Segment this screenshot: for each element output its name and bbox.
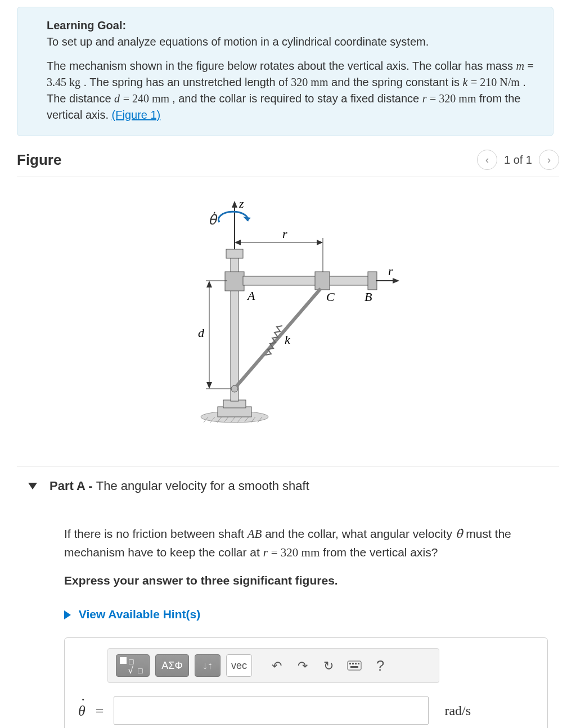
- label-r-top: r: [282, 227, 287, 241]
- undo-button[interactable]: ↶: [267, 654, 287, 677]
- svg-rect-10: [218, 407, 251, 417]
- text: from the vertical axis?: [323, 546, 438, 559]
- val-length: 320 mm: [291, 76, 328, 88]
- vec-button[interactable]: vec: [226, 654, 252, 677]
- reset-button[interactable]: ↻: [318, 654, 339, 677]
- figure-diagram: z θ̇ r r d A B C k: [17, 187, 559, 449]
- var-m: m: [516, 60, 524, 72]
- answer-box: □ √ □ ΑΣΦ ↓↑ vec ↶ ↷ ↻ ? θ =: [64, 637, 548, 728]
- keyboard-button[interactable]: [344, 654, 364, 677]
- svg-marker-22: [243, 217, 251, 221]
- divider: [17, 177, 559, 177]
- label-k: k: [285, 332, 291, 347]
- label-d: d: [198, 326, 205, 340]
- val-k: = 210 N/m: [471, 76, 520, 88]
- label-z: z: [238, 196, 244, 210]
- val-m: 3.45 kg: [47, 76, 80, 88]
- learning-goal-heading: Learning Goal:: [47, 19, 126, 32]
- part-a-section: Part A - The angular velocity for a smoo…: [17, 466, 559, 728]
- var-k: k: [463, 76, 468, 88]
- text: =: [271, 546, 281, 559]
- label-theta-dot: θ̇: [208, 212, 218, 227]
- caret-right-icon: [64, 610, 71, 619]
- part-a-title-prefix: Part A -: [50, 479, 96, 493]
- answer-input[interactable]: [114, 696, 429, 725]
- label-r-right: r: [388, 264, 393, 278]
- part-a-title: Part A - The angular velocity for a smoo…: [50, 479, 309, 493]
- answer-row: θ = rad/s: [76, 696, 536, 725]
- svg-marker-27: [317, 240, 323, 245]
- redo-button[interactable]: ↷: [292, 654, 313, 677]
- hints-label: View Available Hint(s): [79, 608, 200, 621]
- svg-rect-35: [348, 661, 361, 670]
- svg-marker-29: [393, 278, 399, 284]
- text: . The spring has an unstretched length o…: [84, 76, 291, 88]
- templates-button[interactable]: □ √ □: [116, 654, 150, 677]
- svg-marker-34: [206, 382, 212, 389]
- svg-rect-39: [358, 663, 359, 664]
- pager-next-button[interactable]: ›: [539, 150, 559, 170]
- answer-unit: rad/s: [444, 700, 471, 721]
- text: and the spring constant is: [331, 76, 462, 88]
- label-b: B: [364, 290, 372, 304]
- svg-rect-14: [226, 249, 243, 258]
- part-a-header[interactable]: Part A - The angular velocity for a smoo…: [28, 479, 559, 493]
- figure-1-link[interactable]: (Figure 1): [112, 109, 161, 121]
- svg-marker-33: [206, 281, 212, 287]
- label-c: C: [326, 290, 335, 304]
- svg-rect-37: [352, 663, 354, 664]
- part-a-question: If there is no friction between shaft AB…: [64, 525, 548, 561]
- svg-rect-38: [355, 663, 357, 664]
- text: The mechanism shown in the figure below …: [47, 60, 516, 72]
- svg-rect-17: [315, 272, 330, 290]
- svg-line-19: [236, 289, 321, 387]
- part-a-body: If there is no friction between shaft AB…: [64, 525, 548, 728]
- learning-goal-box: Learning Goal: To set up and analyze equ…: [17, 7, 554, 136]
- label-a: A: [246, 289, 255, 303]
- text: If there is no friction between shaft: [64, 527, 248, 540]
- text: , and the collar is required to stay a f…: [172, 92, 422, 105]
- figure-section: Figure ‹ 1 of 1 ›: [17, 147, 559, 449]
- equation-toolbar: □ √ □ ΑΣΦ ↓↑ vec ↶ ↷ ↻ ?: [107, 648, 439, 683]
- svg-rect-40: [350, 666, 358, 668]
- pager-prev-button[interactable]: ‹: [477, 150, 497, 170]
- sub-sup-button[interactable]: ↓↑: [195, 654, 220, 677]
- svg-marker-26: [235, 240, 241, 245]
- var-d: d: [114, 92, 120, 105]
- var-ab: AB: [248, 527, 262, 541]
- svg-marker-21: [232, 201, 237, 208]
- val-r: = 320 mm: [430, 92, 476, 105]
- greek-button[interactable]: ΑΣΦ: [155, 654, 189, 677]
- part-a-title-text: The angular velocity for a smooth shaft: [96, 479, 309, 493]
- learning-goal-body: The mechanism shown in the figure below …: [47, 58, 537, 123]
- svg-rect-16: [368, 272, 377, 290]
- text: and the collar, what angular velocity: [265, 527, 456, 540]
- learning-goal-line1: To set up and analyze equations of motio…: [47, 34, 537, 50]
- figure-title: Figure: [17, 151, 61, 169]
- var-theta-dot: θ̇: [456, 527, 463, 541]
- text: =: [528, 60, 534, 72]
- pager-text: 1 of 1: [504, 154, 532, 167]
- answer-var: θ: [78, 700, 86, 722]
- caret-down-icon: [28, 483, 37, 489]
- svg-rect-36: [349, 663, 351, 664]
- figure-pager: ‹ 1 of 1 ›: [477, 150, 559, 170]
- equals-sign: =: [96, 700, 104, 722]
- var-r: r: [263, 546, 268, 559]
- val-r: 320 mm: [281, 546, 320, 559]
- var-r: r: [422, 92, 427, 105]
- val-d: = 240 mm: [123, 92, 172, 105]
- svg-rect-13: [225, 272, 244, 291]
- part-a-instruction: Express your answer to three significant…: [64, 572, 548, 590]
- help-button[interactable]: ?: [370, 654, 390, 677]
- view-hints-link[interactable]: View Available Hint(s): [64, 605, 548, 623]
- svg-rect-15: [243, 276, 370, 285]
